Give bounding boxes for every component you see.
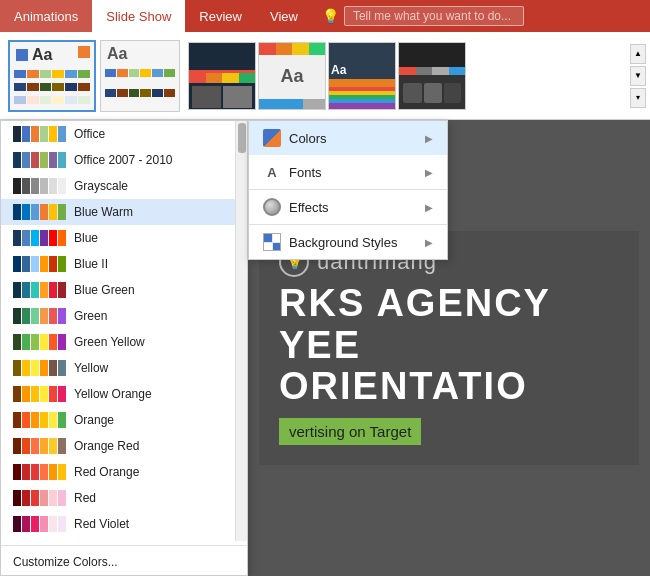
lightbulb-icon: 💡 <box>322 8 339 24</box>
colors-icon <box>263 129 281 147</box>
dropdown-item-redorange[interactable]: Red Orange <box>1 459 247 485</box>
dropdown-item-green[interactable]: Green <box>1 303 247 329</box>
swatch-office2010 <box>13 152 66 168</box>
dropdown-item-blue[interactable]: Blue <box>1 225 247 251</box>
submenu-item-colors[interactable]: Colors ▶ <box>249 121 447 155</box>
dropdown-item-office2010[interactable]: Office 2007 - 2010 <box>1 147 247 173</box>
dropdown-item-violet[interactable]: Violet <box>1 537 247 541</box>
dropdown-item-redviolet[interactable]: Red Violet <box>1 511 247 537</box>
ribbon-search-area: 💡 <box>322 6 524 26</box>
fonts-icon: A <box>263 163 281 181</box>
colors-arrow: ▶ <box>425 133 433 144</box>
dropdown-item-greenyellow[interactable]: Green Yellow <box>1 329 247 355</box>
swatch-grayscale <box>13 178 66 194</box>
mini-thumb-4[interactable] <box>398 42 466 110</box>
dropdown-list: Office Office 2007 - 2010 <box>0 120 248 576</box>
submenu-item-effects[interactable]: Effects ▶ <box>249 190 447 224</box>
scroll-down-btn[interactable]: ▼ <box>630 66 646 86</box>
fonts-arrow: ▶ <box>425 167 433 178</box>
mini-thumb-3[interactable]: Aa <box>328 42 396 110</box>
mini-thumb-1[interactable] <box>188 42 256 110</box>
swatch-office <box>13 126 66 142</box>
tab-slideshow[interactable]: Slide Show <box>92 0 185 32</box>
dropdown-item-orangered[interactable]: Orange Red <box>1 433 247 459</box>
effects-arrow: ▶ <box>425 202 433 213</box>
effects-icon <box>263 198 281 216</box>
tab-review[interactable]: Review <box>185 0 256 32</box>
tab-animations[interactable]: Animations <box>0 0 92 32</box>
expand-btn[interactable]: ▾ <box>630 88 646 108</box>
swatch-redviolet <box>13 516 66 532</box>
slide-title-1: RKS AGENCY <box>279 283 619 325</box>
swatch-yellow <box>13 360 66 376</box>
background-icon <box>263 233 281 251</box>
dropdown-item-bluewarm[interactable]: Blue Warm <box>1 199 247 225</box>
search-input[interactable] <box>344 6 524 26</box>
mini-thumb-2[interactable]: Aa <box>258 42 326 110</box>
swatch-yelloworange <box>13 386 66 402</box>
swatch-blueii <box>13 256 66 272</box>
dropdown-item-bluegreen[interactable]: Blue Green <box>1 277 247 303</box>
ribbon-bar: Animations Slide Show Review View 💡 <box>0 0 650 32</box>
dropdown-item-blueii[interactable]: Blue II <box>1 251 247 277</box>
swatch-blue <box>13 230 66 246</box>
submenu-item-background[interactable]: Background Styles ▶ <box>249 225 447 259</box>
slide-subtitle: vertising on Target <box>289 423 411 440</box>
swatch-bluegreen <box>13 282 66 298</box>
swatch-red <box>13 490 66 506</box>
theme-thumb-2[interactable]: Aa <box>100 40 180 112</box>
dropdown-item-grayscale[interactable]: Grayscale <box>1 173 247 199</box>
background-arrow: ▶ <box>425 237 433 248</box>
dropdown-item-orange[interactable]: Orange <box>1 407 247 433</box>
dropdown-item-red[interactable]: Red <box>1 485 247 511</box>
submenu: Colors ▶ A Fonts ▶ Effects ▶ Background … <box>248 120 448 260</box>
swatch-orangered <box>13 438 66 454</box>
theme-thumb-office[interactable]: Aa <box>8 40 96 112</box>
scroll-up-btn[interactable]: ▲ <box>630 44 646 64</box>
dropdown-item-yelloworange[interactable]: Yellow Orange <box>1 381 247 407</box>
swatch-green <box>13 308 66 324</box>
submenu-item-fonts[interactable]: A Fonts ▶ <box>249 155 447 189</box>
swatch-orange <box>13 412 66 428</box>
slide-title-2: YEE ORIENTATIO <box>279 325 619 409</box>
action-customize[interactable]: Customize Colors... <box>1 550 247 574</box>
swatch-greenyellow <box>13 334 66 350</box>
tab-view[interactable]: View <box>256 0 312 32</box>
dropdown-item-yellow[interactable]: Yellow <box>1 355 247 381</box>
swatch-redorange <box>13 464 66 480</box>
swatch-bluewarm <box>13 204 66 220</box>
ribbon-content: Aa Aa <box>0 32 650 120</box>
dropdown-item-office[interactable]: Office <box>1 121 247 147</box>
